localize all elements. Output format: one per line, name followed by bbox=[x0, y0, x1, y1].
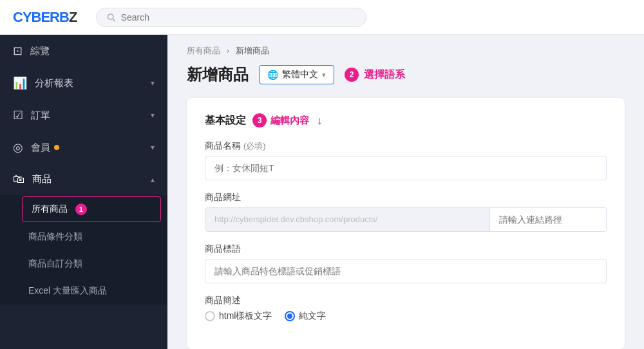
step-3-label: 編輯內容 bbox=[270, 115, 309, 127]
sidebar-item-label: 綜覽 bbox=[30, 45, 50, 57]
step-2-hint: 2 選擇語系 bbox=[345, 68, 405, 82]
svg-line-1 bbox=[113, 19, 115, 21]
card-title: 基本設定 bbox=[205, 114, 246, 127]
card-header: 基本設定 3 編輯內容 ↓ bbox=[205, 113, 607, 127]
radio-unchecked bbox=[205, 311, 215, 321]
product-slogan-label: 商品標語 bbox=[205, 243, 607, 255]
search-input[interactable] bbox=[121, 12, 356, 23]
chevron-down-icon: ▾ bbox=[151, 79, 155, 88]
product-url-label: 商品網址 bbox=[205, 192, 607, 203]
breadcrumb: 所有商品 › 新增商品 bbox=[187, 45, 625, 57]
logo: CYBERBZ bbox=[13, 9, 77, 26]
sidebar-item-overview[interactable]: ⊡ 綜覽 bbox=[0, 35, 167, 67]
search-icon bbox=[107, 13, 115, 22]
step-badge-1: 1 bbox=[75, 203, 87, 215]
notification-dot bbox=[54, 145, 59, 150]
basic-settings-card: 基本設定 3 編輯內容 ↓ 商品名稱 (必填) 商品網址 bbox=[187, 98, 625, 349]
page-title: 新增商品 bbox=[187, 64, 249, 85]
logo-blue: CYBERB bbox=[13, 9, 69, 25]
main-layout: ⊡ 綜覽 📊 分析報表 ▾ ☑ 訂單 ▾ ◎ 會員 ▾ 🛍 商品 ▴ 所有商品 bbox=[0, 35, 644, 349]
logo-dark: Z bbox=[69, 9, 77, 25]
breadcrumb-separator: › bbox=[227, 46, 229, 55]
analytics-icon: 📊 bbox=[13, 76, 27, 90]
arrow-down-icon: ↓ bbox=[317, 114, 323, 127]
chevron-down-icon: ▾ bbox=[322, 71, 326, 79]
orders-icon: ☑ bbox=[13, 108, 23, 122]
product-url-group: 商品網址 http://cyberspider.dev.cbshop.com/p… bbox=[205, 192, 607, 232]
step-2-badge: 2 bbox=[345, 68, 359, 82]
breadcrumb-current: 新增商品 bbox=[236, 46, 269, 55]
topbar: CYBERBZ bbox=[0, 0, 644, 35]
sidebar-item-label: 商品 bbox=[32, 173, 52, 185]
content-area: 所有商品 › 新增商品 新增商品 🌐 繁體中文 ▾ 2 選擇語系 基本設定 bbox=[167, 35, 644, 349]
sidebar-subitem-all-products[interactable]: 所有商品 1 bbox=[22, 196, 161, 222]
product-name-input[interactable] bbox=[205, 156, 607, 180]
sidebar-subitem-custom[interactable]: 商品自訂分類 bbox=[0, 250, 167, 278]
html-template-option[interactable]: html樣板文字 bbox=[205, 310, 272, 322]
chevron-down-icon: ▾ bbox=[151, 143, 155, 152]
product-desc-group: 商品簡述 html樣板文字 純文字 bbox=[205, 295, 607, 322]
sidebar-item-analytics[interactable]: 📊 分析報表 ▾ bbox=[0, 67, 167, 99]
product-desc-label: 商品簡述 bbox=[205, 295, 607, 307]
product-desc-radio-group: html樣板文字 純文字 bbox=[205, 310, 607, 322]
sidebar-item-members[interactable]: ◎ 會員 ▾ bbox=[0, 131, 167, 164]
html-template-label: html樣板文字 bbox=[219, 310, 272, 322]
sidebar-item-label: 會員 bbox=[31, 142, 50, 154]
sidebar-subitem-conditions[interactable]: 商品條件分類 bbox=[0, 223, 167, 250]
members-icon: ◎ bbox=[13, 140, 23, 155]
products-icon: 🛍 bbox=[13, 173, 24, 186]
product-url-row: http://cyberspider.dev.cbshop.com/produc… bbox=[205, 207, 607, 232]
product-url-prefix: http://cyberspider.dev.cbshop.com/produc… bbox=[205, 208, 490, 231]
radio-checked bbox=[285, 311, 295, 321]
overview-icon: ⊡ bbox=[13, 44, 23, 58]
step-3-hint: 3 編輯內容 ↓ bbox=[252, 113, 323, 127]
globe-icon: 🌐 bbox=[267, 70, 278, 80]
sidebar-item-products[interactable]: 🛍 商品 ▴ bbox=[0, 164, 167, 195]
sidebar-item-orders[interactable]: ☑ 訂單 ▾ bbox=[0, 99, 167, 131]
required-indicator: (必填) bbox=[243, 141, 266, 151]
sidebar-item-label: 分析報表 bbox=[35, 77, 73, 90]
page-header: 新增商品 🌐 繁體中文 ▾ 2 選擇語系 bbox=[187, 64, 625, 85]
sidebar: ⊡ 綜覽 📊 分析報表 ▾ ☑ 訂單 ▾ ◎ 會員 ▾ 🛍 商品 ▴ 所有商品 bbox=[0, 35, 167, 349]
product-name-group: 商品名稱 (必填) bbox=[205, 140, 607, 180]
lang-selector-label: 繁體中文 bbox=[282, 69, 318, 80]
chevron-up-icon: ▴ bbox=[151, 175, 155, 184]
product-url-input[interactable] bbox=[490, 208, 606, 231]
product-name-label: 商品名稱 (必填) bbox=[205, 140, 607, 152]
products-submenu: 所有商品 1 商品條件分類 商品自訂分類 Excel 大量匯入商品 bbox=[0, 195, 167, 305]
plain-text-label: 純文字 bbox=[299, 310, 326, 322]
sidebar-item-label: 訂單 bbox=[31, 109, 50, 122]
step-2-label: 選擇語系 bbox=[364, 68, 405, 82]
step-3-badge: 3 bbox=[252, 113, 267, 127]
plain-text-option[interactable]: 純文字 bbox=[285, 310, 326, 322]
sidebar-subitem-excel-import[interactable]: Excel 大量匯入商品 bbox=[0, 278, 167, 305]
language-selector[interactable]: 🌐 繁體中文 ▾ bbox=[259, 65, 334, 84]
product-slogan-group: 商品標語 bbox=[205, 243, 607, 283]
product-slogan-input[interactable] bbox=[205, 259, 607, 283]
breadcrumb-parent[interactable]: 所有商品 bbox=[187, 46, 220, 55]
chevron-down-icon: ▾ bbox=[151, 111, 155, 120]
search-bar[interactable] bbox=[96, 8, 366, 27]
